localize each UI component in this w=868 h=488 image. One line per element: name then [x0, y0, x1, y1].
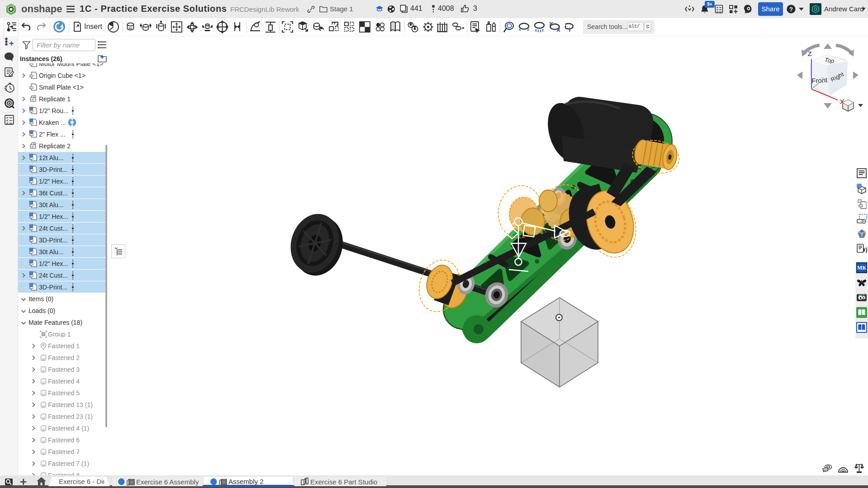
svg-text:x): x): [863, 246, 867, 253]
svg-text:?: ?: [789, 6, 793, 13]
svg-text:Front: Front: [811, 76, 828, 85]
svg-text:Top: Top: [824, 57, 835, 65]
svg-text:Z: Z: [807, 50, 811, 57]
svg-text:Y: Y: [821, 76, 824, 81]
